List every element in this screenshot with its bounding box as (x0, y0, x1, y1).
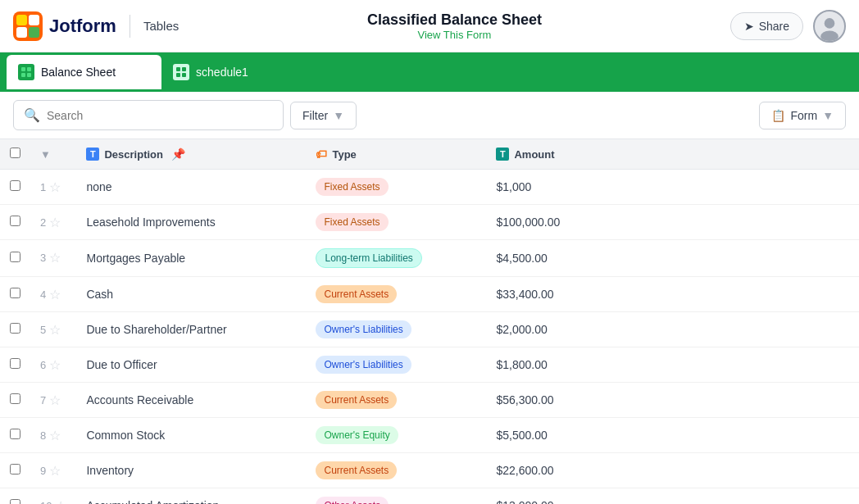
row-checkbox[interactable] (10, 429, 20, 439)
form-chevron-icon: ▼ (822, 109, 834, 122)
star-button[interactable]: ☆ (49, 428, 61, 443)
share-button[interactable]: ➤ Share (730, 12, 803, 40)
svg-rect-12 (176, 67, 180, 71)
row-checkbox-cell (0, 488, 30, 505)
row-checkbox[interactable] (10, 393, 20, 404)
row-amount: $2,000.00 (486, 312, 859, 347)
tab-balance-sheet[interactable]: Balance Sheet ⋯ (7, 55, 161, 89)
type-badge: Long-term Liabilities (316, 248, 421, 268)
type-badge: Fixed Assets (316, 213, 388, 231)
row-amount: $100,000.00 (486, 205, 859, 240)
star-button[interactable]: ☆ (55, 498, 66, 505)
avatar[interactable] (813, 10, 846, 43)
row-description: Accounts Receivable (76, 383, 306, 418)
star-button[interactable]: ☆ (49, 179, 61, 195)
row-num-star: 1 ☆ (30, 170, 76, 204)
row-checkbox[interactable] (10, 288, 20, 298)
row-checkbox[interactable] (10, 358, 20, 369)
row-number: 9 (40, 465, 46, 477)
balance-sheet-tab-label: Balance Sheet (41, 66, 116, 79)
tab-options-icon[interactable]: ⋯ (122, 60, 150, 84)
row-amount: $33,400.00 (486, 277, 859, 312)
filter-label: Filter (302, 109, 328, 122)
row-checkbox[interactable] (10, 464, 20, 474)
row-description: Leasehold Improvements (76, 205, 306, 240)
star-button[interactable]: ☆ (49, 287, 61, 302)
star-button[interactable]: ☆ (49, 393, 61, 408)
row-checkbox[interactable] (10, 323, 20, 334)
row-description: none (76, 170, 306, 205)
row-num-star: 5 ☆ (30, 312, 76, 347)
svg-rect-2 (29, 15, 39, 25)
app-header: Jotform Tables Classified Balance Sheet … (0, 0, 859, 52)
row-checkbox[interactable] (10, 216, 20, 226)
description-col-icon: T (86, 148, 99, 161)
tab-schedule1[interactable]: schedule1 (161, 59, 260, 85)
row-num-star: 10 ☆ (30, 488, 76, 504)
schedule1-tab-label: schedule1 (196, 66, 248, 79)
row-description: Inventory (76, 453, 306, 488)
type-badge: Owner's Liabilities (316, 320, 411, 338)
header-right: ➤ Share (730, 10, 846, 43)
row-num-star: 6 ☆ (30, 347, 76, 382)
star-button[interactable]: ☆ (49, 250, 61, 266)
type-badge: Current Assets (316, 391, 397, 409)
row-checkbox-cell (0, 277, 30, 312)
data-table-container: ▼ T Description 📌 🏷 Type (0, 139, 859, 504)
svg-point-6 (825, 18, 835, 29)
table-body: 1 ☆ none Fixed Assets $1,000 2 ☆ Leaseho… (0, 170, 859, 505)
svg-rect-13 (182, 67, 186, 71)
svg-rect-10 (21, 73, 25, 77)
type-badge: Current Assets (316, 285, 397, 303)
svg-rect-14 (176, 73, 180, 77)
row-description: Due to Officer (76, 347, 306, 383)
table-row: 5 ☆ Due to Shareholder/Partner Owner's L… (0, 312, 859, 347)
logo-area: Jotform Tables (13, 11, 179, 41)
select-all-checkbox[interactable] (10, 148, 20, 158)
row-checkbox[interactable] (10, 252, 20, 262)
star-button[interactable]: ☆ (49, 463, 61, 479)
svg-point-7 (820, 30, 839, 42)
row-amount: $5,500.00 (486, 418, 859, 453)
row-amount: $13,000.00 (486, 488, 859, 505)
form-button[interactable]: 📋 Form ▼ (759, 102, 846, 129)
row-num-star: 9 ☆ (30, 453, 76, 488)
svg-rect-4 (29, 27, 39, 38)
star-button[interactable]: ☆ (49, 322, 61, 338)
row-checkbox[interactable] (10, 180, 20, 191)
filter-button[interactable]: Filter ▼ (290, 102, 357, 129)
type-badge: Current Assets (316, 461, 397, 479)
type-col-icon: 🏷 (316, 148, 327, 161)
share-icon: ➤ (744, 20, 754, 33)
view-form-link[interactable]: View This Form (367, 29, 542, 41)
col-type-header: 🏷 Type (306, 139, 486, 170)
chevron-down-icon[interactable]: ▼ (40, 148, 51, 161)
row-description: Accumulated Amortization (76, 488, 306, 505)
row-checkbox-cell (0, 453, 30, 488)
row-num-star: 8 ☆ (30, 418, 76, 452)
row-checkbox[interactable] (10, 499, 20, 504)
row-number: 10 (40, 500, 52, 505)
row-type: Owner's Liabilities (306, 347, 486, 383)
svg-rect-3 (16, 27, 27, 38)
row-number: 4 (40, 288, 46, 301)
svg-rect-15 (182, 73, 186, 77)
search-input[interactable] (47, 109, 273, 122)
svg-rect-9 (27, 67, 31, 71)
row-num-star: 3 ☆ (30, 240, 76, 275)
star-button[interactable]: ☆ (49, 357, 61, 373)
row-checkbox-cell (0, 240, 30, 277)
table-row: 7 ☆ Accounts Receivable Current Assets $… (0, 383, 859, 418)
row-checkbox-cell (0, 205, 30, 240)
search-box[interactable]: 🔍 (13, 100, 284, 130)
amount-col-icon: T (496, 148, 509, 161)
row-number: 1 (40, 181, 46, 193)
row-checkbox-cell (0, 312, 30, 347)
row-description: Common Stock (76, 418, 306, 453)
svg-rect-1 (16, 15, 27, 25)
tab-bar: Balance Sheet ⋯ schedule1 (0, 52, 859, 92)
row-amount: $4,500.00 (486, 240, 859, 277)
star-button[interactable]: ☆ (49, 215, 61, 230)
table-row: 10 ☆ Accumulated Amortization Other Asse… (0, 488, 859, 505)
description-col-label: Description (104, 148, 163, 161)
